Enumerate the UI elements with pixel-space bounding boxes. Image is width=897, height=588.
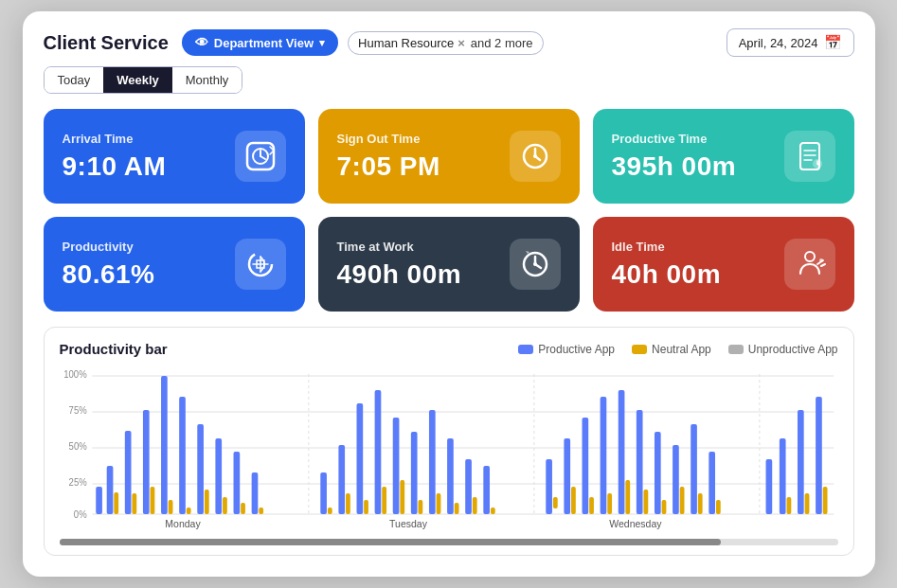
svg-rect-63: [392, 418, 399, 514]
card-productivity-pct-text: Productivity 80.61%: [63, 240, 155, 290]
svg-rect-38: [132, 493, 136, 514]
svg-rect-60: [364, 500, 368, 514]
card-productive-time: Productive Time 395h 00m: [593, 109, 854, 204]
card-time-at-work-label: Time at Work: [337, 240, 462, 254]
svg-rect-71: [465, 459, 472, 514]
legend-unproductive-dot: [728, 345, 744, 354]
svg-rect-55: [320, 472, 327, 514]
svg-rect-82: [589, 497, 594, 514]
header: Client Service 👁 Department View ▾ Human…: [44, 28, 854, 94]
svg-rect-51: [251, 472, 258, 514]
calendar-icon: 📅: [824, 34, 842, 51]
svg-text:25%: 25%: [68, 477, 86, 488]
legend-productive-label: Productive App: [538, 343, 615, 356]
svg-rect-92: [679, 487, 684, 514]
svg-rect-62: [382, 487, 386, 514]
bar-chart-container: 100% 75% 50% 25% 0%: [60, 365, 838, 535]
svg-rect-59: [356, 403, 363, 514]
svg-rect-96: [715, 500, 720, 514]
svg-rect-70: [454, 503, 458, 514]
svg-text:50%: 50%: [68, 441, 86, 452]
today-button[interactable]: Today: [45, 67, 104, 93]
svg-rect-102: [797, 410, 803, 514]
svg-rect-91: [673, 445, 679, 514]
svg-text:Tuesday: Tuesday: [389, 518, 428, 529]
svg-rect-44: [186, 508, 190, 514]
svg-rect-45: [197, 424, 204, 514]
svg-rect-42: [168, 500, 172, 514]
svg-text:0%: 0%: [73, 509, 86, 520]
card-arrival: Arrival Time 9:10 AM: [44, 109, 305, 204]
svg-point-23: [819, 258, 823, 262]
svg-rect-101: [786, 497, 791, 514]
page-title: Client Service: [44, 32, 169, 54]
card-arrival-icon: [235, 131, 286, 182]
svg-text:100%: 100%: [63, 369, 87, 380]
monthly-button[interactable]: Monthly: [172, 67, 242, 93]
weekly-button[interactable]: Weekly: [103, 67, 172, 93]
svg-line-3: [260, 156, 265, 159]
card-signout-label: Sign Out Time: [337, 132, 440, 146]
card-signout-text: Sign Out Time 7:05 PM: [337, 132, 440, 182]
svg-rect-103: [804, 493, 809, 514]
chart-header: Productivity bar Productive App Neutral …: [60, 341, 838, 357]
card-idle-icon: [784, 239, 835, 290]
svg-rect-49: [233, 452, 240, 514]
card-time-at-work: Time at Work 490h 00m: [318, 217, 580, 312]
chart-scrollbar-thumb[interactable]: [60, 539, 722, 545]
card-productive-label: Productive Time: [612, 132, 737, 146]
chart-title: Productivity bar: [60, 341, 168, 357]
svg-rect-47: [215, 438, 222, 514]
remove-filter-button[interactable]: ×: [457, 36, 465, 50]
chart-legend: Productive App Neutral App Unproductive …: [518, 343, 837, 356]
svg-rect-67: [428, 410, 435, 514]
svg-line-22: [821, 264, 825, 266]
chevron-down-icon: ▾: [319, 37, 325, 49]
svg-rect-94: [697, 493, 702, 514]
filter-tag-group: Human Resource × and 2 more: [348, 31, 544, 55]
svg-rect-95: [709, 452, 715, 514]
time-range-group: Today Weekly Monthly: [44, 66, 243, 94]
card-time-at-work-icon: [510, 239, 561, 290]
card-signout: Sign Out Time 7:05 PM: [318, 109, 580, 204]
svg-point-7: [533, 154, 537, 158]
svg-rect-88: [643, 490, 648, 514]
svg-rect-56: [327, 508, 332, 514]
svg-rect-74: [490, 508, 494, 514]
svg-rect-50: [241, 503, 245, 514]
svg-rect-79: [564, 438, 570, 514]
chart-scrollbar[interactable]: [60, 539, 838, 545]
svg-rect-37: [124, 431, 131, 514]
card-idle-label: Idle Time: [612, 240, 722, 254]
dept-view-button[interactable]: 👁 Department View ▾: [182, 29, 338, 56]
svg-rect-40: [150, 487, 154, 514]
svg-text:Monday: Monday: [165, 518, 201, 529]
svg-rect-69: [447, 438, 454, 514]
card-productive-text: Productive Time 395h 00m: [612, 132, 737, 182]
card-productivity-pct: Productivity 80.61%: [44, 217, 305, 312]
card-productivity-pct-value: 80.61%: [63, 259, 155, 290]
svg-rect-57: [338, 445, 345, 514]
filter-tag: Human Resource ×: [358, 36, 465, 50]
svg-rect-72: [472, 497, 476, 514]
svg-rect-104: [816, 397, 822, 514]
svg-rect-90: [661, 500, 666, 514]
svg-rect-84: [607, 493, 612, 514]
card-productivity-pct-label: Productivity: [63, 240, 155, 254]
svg-rect-73: [483, 466, 490, 514]
card-arrival-label: Arrival Time: [63, 132, 167, 146]
svg-rect-87: [636, 410, 642, 514]
date-picker-button[interactable]: April, 24, 2024 📅: [727, 28, 854, 57]
card-idle: Idle Time 40h 00m: [593, 217, 854, 312]
card-time-at-work-value: 490h 00m: [337, 259, 462, 290]
svg-rect-81: [582, 418, 588, 514]
svg-rect-35: [106, 466, 113, 514]
svg-point-20: [805, 252, 815, 261]
legend-productive: Productive App: [518, 343, 615, 356]
dept-view-label: Department View: [214, 36, 314, 50]
filter-more-label: and 2 more: [471, 36, 533, 50]
legend-unproductive: Unproductive App: [728, 343, 838, 356]
svg-rect-52: [259, 508, 263, 514]
legend-productive-dot: [518, 345, 533, 354]
svg-rect-85: [618, 390, 624, 514]
